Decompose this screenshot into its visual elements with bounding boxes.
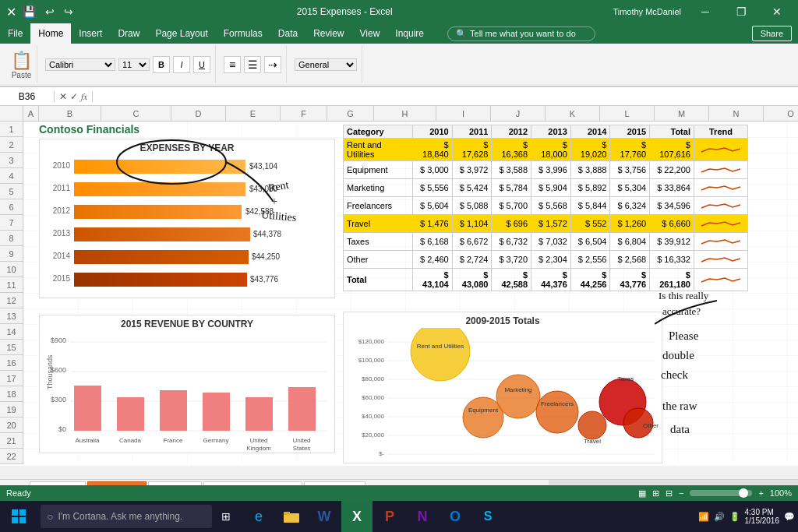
wrap-text-button[interactable]: ⇢ [264,56,281,73]
tab-page-layout[interactable]: Page Layout [147,23,215,44]
svg-text:Thousands: Thousands [46,354,54,389]
table-row: Taxes$ 6,168$ 6,672$ 6,732$ 7,032$ 6,504… [344,233,748,251]
excel-taskbar-icon[interactable]: X [341,501,373,532]
view-normal-icon[interactable]: ▦ [638,488,646,499]
svg-text:Australia: Australia [75,437,100,444]
svg-text:$0: $0 [58,425,66,433]
tab-review[interactable]: Review [305,23,351,44]
svg-rect-35 [203,393,230,431]
start-button[interactable] [0,501,37,532]
align-left-button[interactable]: ≡ [224,56,241,73]
minimize-button[interactable]: ─ [687,0,723,23]
th-2015: 2015 [610,125,650,139]
quick-access-redo[interactable]: ↪ [61,5,76,18]
cortana-search[interactable]: ○ I'm Cortana. Ask me anything. [41,505,212,528]
col-header-h[interactable]: H [374,106,436,121]
view-page-break-icon[interactable]: ⊟ [666,488,673,499]
th-2011: 2011 [452,125,492,139]
align-center-button[interactable]: ☰ [244,56,261,73]
col-header-b[interactable]: B [39,106,101,121]
row-header-1: 1 [0,122,23,137]
font-name-select[interactable]: Calibri [45,58,115,71]
zoom-slider[interactable] [690,490,752,496]
share-button[interactable]: Share [752,26,792,41]
name-box[interactable]: B36 [0,91,55,102]
file-explorer-icon[interactable] [276,501,307,532]
tab-view[interactable]: View [352,23,388,44]
number-format-select[interactable]: General [295,58,357,71]
th-2014: 2014 [570,125,610,139]
svg-text:$43,776: $43,776 [250,275,279,284]
col-header-f[interactable]: F [281,106,327,121]
paste-label: Paste [12,71,32,79]
col-header-k[interactable]: K [546,106,600,121]
svg-rect-33 [160,390,187,431]
status-ready: Ready [6,488,31,498]
close-button[interactable]: ✕ [759,0,795,23]
svg-point-61 [496,375,540,418]
tab-insert[interactable]: Insert [71,23,110,44]
cancel-icon[interactable]: ✕ [59,91,67,102]
network-icon[interactable]: 📶 [698,512,709,522]
col-header-l[interactable]: L [600,106,655,121]
col-header-a[interactable]: A [23,106,39,121]
col-header-g[interactable]: G [327,106,374,121]
col-header-n[interactable]: N [709,106,764,121]
cells-area: Contoso Financials EXPENSES BY YEAR 2010… [23,122,798,464]
col-header-i[interactable]: I [436,106,491,121]
tab-inquire[interactable]: Inquire [387,23,432,44]
battery-icon[interactable]: 🔋 [729,512,740,522]
corner-header [0,106,23,121]
row-header-13: 13 [0,308,23,324]
onenote-icon[interactable]: N [407,501,438,532]
font-size-select[interactable]: 11 [118,58,150,71]
svg-text:data: data [670,423,690,435]
table-row: Freelancers$ 5,604$ 5,088$ 5,700$ 5,568$… [344,197,748,215]
outlook-icon[interactable]: O [440,501,471,532]
svg-text:Other: Other [643,422,659,429]
underline-button[interactable]: U [193,56,210,73]
col-header-d[interactable]: D [171,106,226,121]
skype-icon[interactable]: S [472,501,503,532]
svg-text:Is this really: Is this really [659,290,709,301]
svg-text:Kingdom: Kingdom [246,445,271,452]
ribbon-search[interactable]: 🔍 Tell me what you want to do [447,26,595,41]
paste-icon[interactable]: 📋 [11,51,32,71]
svg-point-57 [411,328,470,381]
svg-rect-13 [74,227,250,241]
enter-icon[interactable]: ✓ [70,91,78,102]
tab-draw[interactable]: Draw [110,23,147,44]
view-layout-icon[interactable]: ⊞ [652,488,659,499]
col-header-m[interactable]: M [655,106,709,121]
italic-button[interactable]: I [173,56,190,73]
task-view-button[interactable]: ⊞ [212,501,240,532]
bold-button[interactable]: B [153,56,170,73]
notification-icon[interactable]: 💬 [784,512,795,522]
tab-formulas[interactable]: Formulas [216,23,270,44]
th-total: Total [650,125,694,139]
powerpoint-icon[interactable]: P [374,501,405,532]
svg-text:double: double [662,349,694,361]
zoom-slider-thumb[interactable] [739,488,748,498]
tab-home[interactable]: Home [30,23,71,44]
tab-file[interactable]: File [0,23,30,44]
quick-access-save[interactable]: 💾 [19,5,39,18]
row-header-11: 11 [0,277,23,293]
function-icon[interactable]: 𝑓𝑥 [81,91,87,102]
quick-access-undo[interactable]: ↩ [42,5,58,18]
row-header-21: 21 [0,433,23,449]
svg-rect-11 [74,205,242,219]
word-icon[interactable]: W [309,501,340,532]
zoom-in-icon[interactable]: + [758,488,763,498]
col-header-e[interactable]: E [226,106,281,121]
tab-data[interactable]: Data [270,23,305,44]
edge-icon[interactable]: e [243,501,274,532]
volume-icon[interactable]: 🔊 [714,512,725,522]
zoom-out-icon[interactable]: − [679,488,683,498]
col-header-c[interactable]: C [101,106,171,121]
svg-text:$-: $- [379,450,384,457]
col-header-o[interactable]: O [764,106,798,121]
svg-rect-7 [74,160,245,174]
col-header-j[interactable]: J [491,106,546,121]
restore-button[interactable]: ❐ [723,0,759,23]
